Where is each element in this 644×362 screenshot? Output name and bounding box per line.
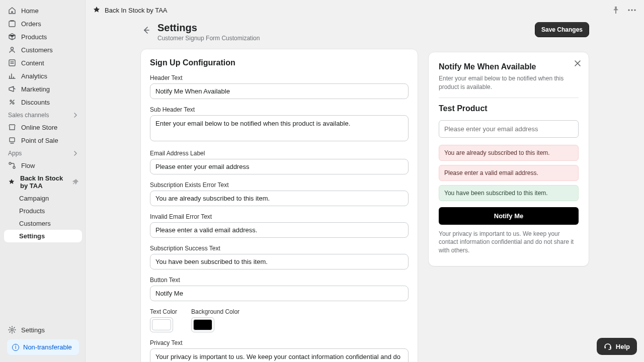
products-icon [8,33,16,41]
apps-label: Apps [8,150,22,157]
sidebar-item-label: Settings [21,326,45,334]
sidebar-item-discounts[interactable]: Discounts [4,96,82,109]
sidebar-item-settings-footer[interactable]: Settings [4,323,82,336]
invalid-email-label: Invalid Email Error Text [150,213,409,220]
card-title: Sign Up Configuration [150,58,409,67]
badge-label: Non-transferable [23,343,72,351]
sidebar-item-label: Point of Sale [21,137,58,144]
preview-product-name: Test Product [439,104,579,113]
success-text-label: Subscription Success Text [150,245,409,252]
sidebar-item-content[interactable]: Content [4,56,82,69]
sidebar-item-analytics[interactable]: Analytics [4,69,82,82]
page-subtitle: Customer Signup Form Customization [157,35,260,42]
preview-privacy-text: Your privacy is important to us. We keep… [439,230,579,255]
home-icon [8,7,16,15]
save-changes-button[interactable]: Save Changes [535,22,589,37]
sub-header-label: Sub Header Text [150,106,409,113]
more-icon[interactable] [627,5,637,15]
app-subnav-customers[interactable]: Customers [4,217,82,230]
sales-channels-header[interactable]: Sales channels [4,109,82,121]
help-button[interactable]: Help [597,338,637,355]
topbar: Back In Stock by TAA [86,0,644,20]
privacy-text-input[interactable] [150,348,409,362]
apps-header[interactable]: Apps [4,147,82,159]
info-icon: i [12,344,19,351]
sidebar-item-label: Settings [19,232,45,240]
svg-rect-2 [9,60,15,66]
sidebar-item-label: Products [19,207,45,215]
bg-color-label: Background Color [191,308,239,315]
sidebar-item-customers[interactable]: Customers [4,43,82,56]
preview-error-exists: You are already subscribed to this item. [439,145,579,161]
sub-header-input[interactable] [150,115,409,141]
app-logo-icon [93,6,101,14]
text-color-value [152,319,171,330]
success-text-input[interactable] [150,254,409,269]
invalid-email-input[interactable] [150,222,409,238]
svg-point-7 [13,166,15,168]
chevron-right-icon [73,151,78,156]
svg-point-11 [634,9,635,11]
sidebar-item-orders[interactable]: Orders [4,17,82,30]
preview-success: You have been subscribed to this item. [439,185,579,201]
svg-rect-0 [9,21,15,27]
sales-channels-label: Sales channels [8,112,49,119]
sidebar-item-label: Flow [21,162,35,169]
help-label: Help [616,343,630,350]
content-icon [8,59,16,67]
svg-point-3 [10,100,12,102]
button-text-label: Button Text [150,277,409,284]
svg-rect-13 [610,346,611,348]
exists-error-label: Subscription Exists Error Text [150,182,409,189]
sidebar-item-online-store[interactable]: Online Store [4,121,82,134]
app-subnav-settings[interactable]: Settings [4,230,82,242]
preview-card: Notify Me When Available Enter your emai… [428,52,589,266]
back-arrow-icon[interactable] [140,24,152,36]
sidebar: HomeOrdersProductsCustomersContentAnalyt… [0,0,86,362]
preview-email-input[interactable] [439,120,579,138]
sidebar-item-label: Marketing [21,85,50,93]
page-title: Settings [157,22,260,34]
sidebar-item-marketing[interactable]: Marketing [4,82,82,96]
exists-error-input[interactable] [150,191,409,206]
app-subnav-products[interactable]: Products [4,205,82,217]
marketing-icon [8,85,16,93]
sidebar-item-label: Customers [21,46,53,54]
pos-icon [8,136,16,144]
svg-rect-12 [604,346,606,348]
email-label-input[interactable] [150,159,409,174]
discounts-icon [8,98,16,106]
svg-rect-5 [10,138,15,142]
text-color-swatch[interactable] [150,317,173,332]
email-label-label: Email Address Label [150,150,409,157]
sidebar-item-label: Analytics [21,72,47,80]
app-subnav-campaign[interactable]: Campaign [4,192,82,205]
non-transferable-badge[interactable]: i Non-transferable [7,339,79,355]
svg-point-10 [631,9,632,11]
sidebar-item-label: Customers [19,220,51,227]
chevron-right-icon [73,113,78,118]
button-text-input[interactable] [150,286,409,301]
sidebar-item-label: Orders [21,20,41,28]
bg-color-value [193,319,212,330]
preview-error-invalid: Please enter a valid email address. [439,165,579,181]
sidebar-item-home[interactable]: Home [4,4,82,17]
customers-icon [8,46,16,54]
flow-icon [8,161,16,169]
sidebar-item-label: Products [21,33,47,41]
current-app-label: Back In Stock by TAA [20,174,72,190]
sidebar-item-label: Campaign [19,195,49,202]
privacy-text-label: Privacy Text [150,339,409,346]
pin-icon[interactable] [611,5,621,15]
preview-notify-button[interactable]: Notify Me [439,207,579,225]
orders-icon [8,20,16,28]
pin-icon[interactable] [72,178,79,186]
bg-color-swatch[interactable] [191,317,214,332]
header-text-input[interactable] [150,83,409,99]
sidebar-item-label: Discounts [21,99,50,106]
sidebar-item-point-of-sale[interactable]: Point of Sale [4,134,82,147]
sidebar-item-flow[interactable]: Flow [4,159,82,172]
close-icon[interactable] [574,59,582,67]
sidebar-item-products[interactable]: Products [4,30,82,43]
preview-title: Notify Me When Available [439,62,579,71]
